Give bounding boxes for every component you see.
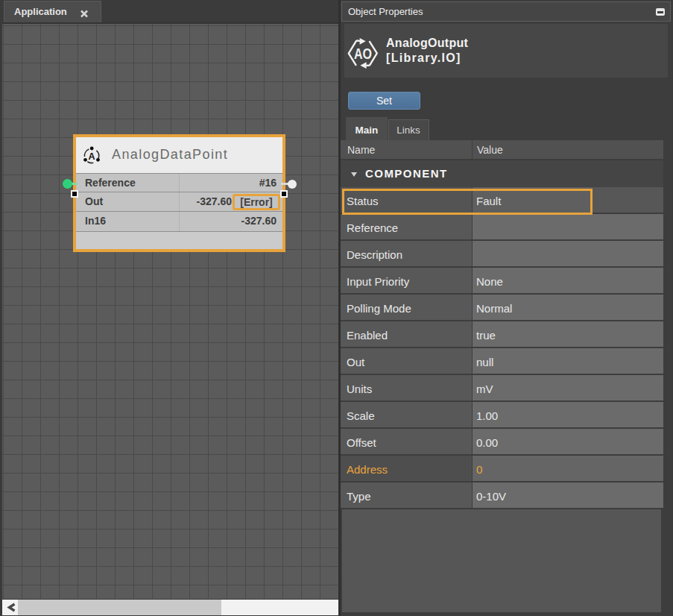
svg-text:A: A [88,151,95,162]
svg-text:AO: AO [354,45,372,62]
